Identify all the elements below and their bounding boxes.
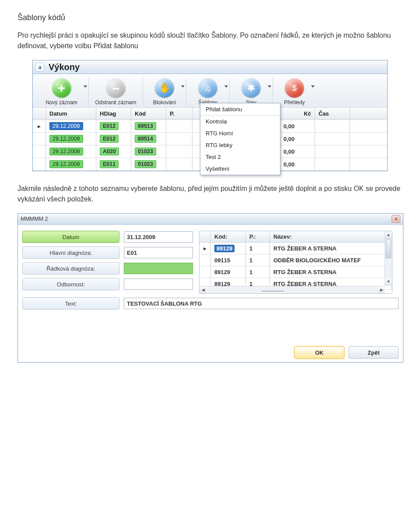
new-record-button[interactable]: + Nový záznam [35, 76, 88, 107]
cell-nazev: ODBĚR BIOLOGICKÉHO MATEF [270, 254, 392, 266]
cell-nazev: RTG ŽEBER A STERNA [270, 266, 392, 278]
note-icon: ♫ [198, 78, 217, 98]
input-radkova[interactable] [124, 263, 193, 274]
horizontal-scrollbar[interactable]: ◀ ▶ [200, 286, 385, 293]
th-cas[interactable]: Čas [315, 108, 350, 120]
cell-p: 1 [246, 266, 270, 278]
th-p2[interactable]: P.: [246, 231, 270, 242]
cell-hdiag: A020 [100, 148, 119, 155]
toolbar: + Nový záznam – Odstranit záznam ✋ Bloko… [33, 74, 387, 108]
intro-paragraph-1: Pro rychlejší práci s opakující se skupi… [18, 30, 402, 51]
cell-hdiag: E012 [100, 135, 119, 143]
scroll-right-icon[interactable]: ▶ [378, 286, 385, 293]
label-odbornost: Odbornost: [22, 278, 119, 290]
th-p[interactable]: P. [166, 108, 192, 120]
new-record-label: Nový záznam [46, 99, 77, 106]
th-kc[interactable]: Kč [280, 108, 315, 120]
plus-icon: + [52, 78, 71, 98]
cell-kod: 09115 [211, 254, 246, 266]
scroll-down-icon[interactable]: ▼ [385, 278, 392, 285]
window-titlebar: a Výkony [33, 60, 387, 74]
chevron-down-icon[interactable] [311, 85, 315, 88]
ok-button[interactable]: OK [294, 346, 344, 359]
cell-p: 1 [246, 254, 270, 266]
remove-record-label: Odstranit záznam [95, 99, 136, 106]
cell-kod: 89129 [214, 245, 234, 252]
dropdown-item-rtg-horni[interactable]: RTG Horní [200, 127, 280, 139]
scroll-left-icon[interactable]: ◀ [200, 286, 206, 293]
th-nazev[interactable]: Název: [270, 231, 392, 242]
templates-dropdown: Přidat šablonu Kontrola RTG Horní RTG le… [200, 103, 280, 175]
label-text: Text: [22, 297, 119, 310]
back-button[interactable]: Zpět [349, 346, 399, 359]
th-kod2[interactable]: Kód: [211, 231, 246, 242]
cell-kod: 89129 [211, 266, 246, 278]
cell-kc: 0,00 [280, 145, 315, 158]
row-pointer-icon: ▸ [203, 245, 206, 252]
dropdown-item-add-template[interactable]: Přidat šablonu [200, 103, 280, 116]
cell-nazev: RTG ŽEBER A STERNA [270, 243, 392, 254]
dialog-title: MMMMM 2 [21, 216, 48, 222]
cell-datum: 29.12.2009 [49, 135, 83, 143]
dropdown-item-kontrola[interactable]: Kontrola [200, 116, 280, 127]
row-pointer-icon: ▸ [38, 123, 41, 130]
table-row[interactable]: 09115 1 ODBĚR BIOLOGICKÉHO MATEF [200, 254, 392, 266]
scroll-thumb[interactable] [261, 291, 284, 292]
right-table: Kód: P.: Název: ▸ 89129 1 RTG ŽEBER A ST… [199, 231, 392, 294]
close-button[interactable]: ✕ [392, 215, 400, 223]
cell-hdiag: E011 [100, 160, 119, 168]
block-button[interactable]: ✋ Blokování [143, 76, 186, 107]
cell-kc: 0,00 [280, 120, 315, 132]
th-kod[interactable]: Kód [131, 108, 166, 120]
minus-icon: – [106, 78, 126, 98]
scroll-thumb[interactable] [386, 239, 391, 258]
form-left: Datum 31.12.2009 Hlavní diagnóza: E01 Řá… [22, 231, 193, 294]
cell-kc: 0,00 [280, 158, 315, 170]
scroll-up-icon[interactable]: ▲ [385, 231, 392, 239]
dialog-titlebar: MMMMM 2 ✕ [18, 214, 403, 225]
input-hlavni[interactable]: E01 [124, 247, 193, 258]
th-hdiag[interactable]: HDiag [96, 108, 131, 120]
label-datum: Datum [22, 231, 119, 243]
input-datum[interactable]: 31.12.2009 [124, 231, 193, 243]
right-table-header: Kód: P.: Název: [200, 231, 392, 243]
vertical-scrollbar[interactable]: ▲ ▼ [385, 231, 392, 285]
window-vykony: a Výkony + Nový záznam – Odstranit zázna… [32, 60, 388, 171]
intro-paragraph-2: Jakmile následně z tohoto seznamu vybere… [18, 183, 402, 204]
label-hlavni: Hlavní diagnóza: [22, 247, 119, 259]
chevron-down-icon[interactable] [181, 85, 185, 88]
input-text[interactable]: TESTOVACÍ ŠABLONA RTG [124, 298, 399, 309]
cell-kod: 01023 [135, 148, 156, 155]
dropdown-item-test2[interactable]: Test 2 [200, 151, 280, 163]
remove-record-button[interactable]: – Odstranit záznam [89, 76, 143, 107]
chevron-down-icon[interactable] [268, 85, 271, 88]
cell-datum: 29.12.2009 [49, 148, 83, 155]
input-odbornost[interactable] [124, 278, 193, 290]
close-icon: ✕ [394, 216, 398, 222]
window-title: Výkony [49, 62, 80, 72]
bag-icon: $ [285, 78, 304, 98]
chevron-down-icon[interactable] [84, 85, 87, 88]
cell-p: 1 [246, 243, 270, 254]
cell-datum: 29.12.2009 [49, 122, 83, 130]
cell-kc: 0,00 [280, 133, 315, 145]
block-label: Blokování [153, 99, 176, 106]
app-icon: a [35, 63, 44, 71]
dialog-template: MMMMM 2 ✕ Datum 31.12.2009 Hlavní diagnó… [18, 213, 403, 363]
cell-hdiag: E012 [100, 122, 119, 130]
table-row[interactable]: 89129 1 RTG ŽEBER A STERNA [200, 266, 392, 278]
hand-icon: ✋ [155, 78, 174, 98]
dropdown-item-vysetreni[interactable]: Vyšetření [200, 163, 280, 175]
cell-datum: 29.12.2009 [49, 160, 83, 168]
label-radkova: Řádková diagnóza: [22, 262, 119, 275]
cell-kod: 89514 [135, 135, 156, 143]
dropdown-item-rtg-lebky[interactable]: RTG lebky [200, 139, 280, 151]
chevron-down-icon[interactable] [224, 85, 228, 88]
th-datum[interactable]: Datum [46, 108, 96, 120]
table-row[interactable]: ▸ 89129 1 RTG ŽEBER A STERNA [200, 243, 392, 254]
cell-kod: 01023 [135, 160, 156, 168]
reports-label: Přehledy [284, 99, 304, 106]
star-icon: ✱ [242, 78, 261, 98]
section-heading: Šablony kódů [18, 13, 402, 22]
cell-kod: 89513 [135, 122, 156, 130]
